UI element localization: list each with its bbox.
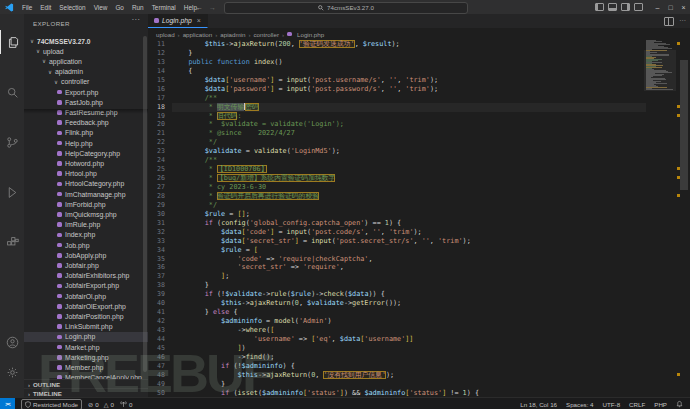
code-line-29[interactable]: */ — [172, 201, 646, 210]
code-line-40[interactable]: $this->ajaxReturn(0, $validate->getError… — [172, 299, 646, 308]
code-line-45[interactable]: ]) — [172, 344, 646, 353]
code-line-48[interactable]: $this->ajaxReturn(0, '没有找到用户信息'); — [172, 371, 646, 380]
code-line-25[interactable]: * 【ID1000706】 — [172, 165, 646, 174]
breadcrumb-item-controller[interactable]: controller — [254, 31, 279, 38]
code-line-39[interactable]: if (!$validate->rule($rule)->check($data… — [172, 290, 646, 299]
tree-item-imrule-php[interactable]: ImRule.php — [24, 220, 148, 230]
nav-back-icon[interactable]: ← — [196, 4, 203, 11]
code-line-18[interactable]: * 明文传输密码 — [172, 103, 646, 112]
close-button[interactable]: × — [677, 0, 690, 14]
tree-item-jobfairexport-php[interactable]: JobfairExport.php — [24, 281, 148, 291]
tree-folder-apiadmin[interactable]: ∨apiadmin — [24, 67, 148, 77]
activity-source-control-icon[interactable] — [0, 130, 24, 154]
code-line-26[interactable]: * 【bug/新增】系统内置验证码加纯数字 — [172, 174, 646, 183]
code-line-24[interactable]: /** — [172, 156, 646, 165]
tab-close-icon[interactable]: × — [197, 17, 201, 24]
code-line-31[interactable]: if (config('global_config.captcha_open')… — [172, 219, 646, 228]
activity-search-icon[interactable] — [0, 80, 24, 104]
tree-item-flink-php[interactable]: Flink.php — [24, 128, 148, 138]
code-line-38[interactable]: } — [172, 281, 646, 290]
code-line-23[interactable]: $validate = validate('LoginMd5'); — [172, 147, 646, 156]
code-line-30[interactable]: $rule = []; — [172, 210, 646, 219]
activity-run-debug-icon[interactable] — [0, 180, 24, 204]
code-line-27[interactable]: * cy 2023-6-30 — [172, 183, 646, 192]
code-line-19[interactable]: * 旧代码: — [172, 112, 646, 121]
menu-file[interactable]: File — [18, 4, 36, 11]
problems-badge[interactable]: ⊘0 △0 — [88, 401, 114, 408]
timeline-section[interactable]: ›TIMELINE — [24, 388, 148, 397]
tree-item-export-php[interactable]: Export.php — [24, 87, 148, 97]
code-line-22[interactable]: */ — [172, 138, 646, 147]
tree-folder-upload[interactable]: ∨upload — [24, 46, 148, 56]
breadcrumb-item-upload[interactable]: upload — [156, 31, 175, 38]
explorer-more-actions-icon[interactable]: ⋯ — [132, 15, 140, 24]
notifications-bell-icon[interactable] — [676, 400, 683, 408]
tree-item-help-php[interactable]: Help.php — [24, 138, 148, 148]
code-line-50[interactable]: if (isset($admininfo['status']) && $admi… — [172, 389, 646, 397]
tree-item-jobfairolexport-php[interactable]: JobfairOlExport.php — [24, 301, 148, 311]
breadcrumb-item-login-php[interactable]: Login.php — [287, 31, 324, 38]
code-line-44[interactable]: 'username' => ['eq', $data['username']] — [172, 335, 646, 344]
editor-scrollbar[interactable] — [677, 14, 690, 397]
code-line-17[interactable]: /** — [172, 94, 646, 103]
tree-item-jobfairexhibitors-php[interactable]: JobfairExhibitors.php — [24, 271, 148, 281]
code-line-14[interactable]: { — [172, 67, 646, 76]
tree-item-hotword-php[interactable]: Hotword.php — [24, 158, 148, 168]
code-line-32[interactable]: $data['code'] = input('post.code/s', '',… — [172, 228, 646, 237]
menu-go[interactable]: Go — [111, 4, 128, 11]
minimap-viewport[interactable] — [644, 50, 676, 91]
tree-item-jobfairol-php[interactable]: JobfairOl.php — [24, 291, 148, 301]
code-line-33[interactable]: $data['secret_str'] = input('post.secret… — [172, 237, 646, 246]
activity-account-icon[interactable] — [0, 330, 24, 354]
menu-run[interactable]: Run — [128, 4, 148, 11]
sidebar-scrollbar[interactable] — [143, 36, 147, 372]
tree-item-market-php[interactable]: Market.php — [24, 342, 148, 352]
minimize-button[interactable]: – — [651, 0, 664, 14]
customize-layout-icon[interactable] — [634, 3, 643, 11]
activity-settings-icon[interactable] — [0, 360, 24, 384]
status-eol[interactable]: CRLF — [629, 401, 645, 408]
code-line-28[interactable]: * 验证码开启后再进行验证码的校验 — [172, 192, 646, 201]
tree-item-imforbid-php[interactable]: ImForbid.php — [24, 199, 148, 209]
tree-item-feedback-php[interactable]: Feedback.php — [24, 118, 148, 128]
activity-extensions-icon[interactable] — [0, 230, 24, 254]
minimap[interactable] — [646, 40, 676, 397]
tree-item-hrtool-php[interactable]: Hrtool.php — [24, 169, 148, 179]
status-language-mode[interactable]: PHP — [654, 401, 667, 408]
maximize-button[interactable]: □ — [664, 0, 677, 14]
status-indentation[interactable]: Spaces: 4 — [566, 401, 594, 408]
code-line-42[interactable]: $admininfo = model('Admin') — [172, 317, 646, 326]
code-line-21[interactable]: * @since 2022/4/27 — [172, 129, 646, 138]
code-line-20[interactable]: * $validate = validate('Login'); — [172, 120, 646, 129]
menu-view[interactable]: View — [90, 4, 112, 11]
tree-item-member-php[interactable]: Member.php — [24, 362, 148, 372]
scrollbar-thumb[interactable] — [680, 60, 688, 190]
code-line-36[interactable]: 'secret_str' => 'require', — [172, 263, 646, 272]
tree-item-helpcategory-php[interactable]: HelpCategory.php — [24, 148, 148, 158]
restricted-mode-badge[interactable]: Restricted Mode — [21, 399, 82, 409]
tree-item-jobfairposition-php[interactable]: JobfairPosition.php — [24, 311, 148, 321]
tree-item-jobapply-php[interactable]: JobApply.php — [24, 250, 148, 260]
code-line-35[interactable]: 'code' => 'require|checkCaptcha', — [172, 255, 646, 264]
tree-item-login-php[interactable]: Login.php — [24, 332, 148, 342]
code-line-11[interactable]: $this->ajaxReturn(200, '验证码发送成功', $resul… — [172, 40, 646, 49]
toggle-secondary-sidebar-icon[interactable] — [621, 3, 630, 11]
toggle-panel-icon[interactable] — [608, 3, 617, 11]
tree-folder-application[interactable]: ∨application — [24, 56, 148, 66]
code-line-15[interactable]: $data['username'] = input('post.username… — [172, 76, 646, 85]
code-line-16[interactable]: $data['password'] = input('post.password… — [172, 85, 646, 94]
tab-login-php[interactable]: Login.php × — [148, 14, 208, 28]
code-line-49[interactable]: } — [172, 380, 646, 389]
remote-indicator[interactable]: >< — [0, 398, 15, 409]
toggle-sidebar-icon[interactable] — [595, 3, 604, 11]
tree-item-fastjob-php[interactable]: FastJob.php — [24, 97, 148, 107]
tree-folder-controller[interactable]: ∨controller — [24, 77, 148, 87]
tree-item-jobfair-php[interactable]: Jobfair.php — [24, 260, 148, 270]
code-line-41[interactable]: } else { — [172, 308, 646, 317]
activity-explorer-icon[interactable] — [0, 30, 25, 54]
tree-item-fastresume-php[interactable]: FastResume.php — [24, 107, 148, 117]
menu-terminal[interactable]: Terminal — [148, 4, 180, 11]
tree-item-imchatmanage-php[interactable]: ImChatmanage.php — [24, 189, 148, 199]
tree-item-hrtoolcategory-php[interactable]: HrtoolCategory.php — [24, 179, 148, 189]
menu-edit[interactable]: Edit — [36, 4, 55, 11]
